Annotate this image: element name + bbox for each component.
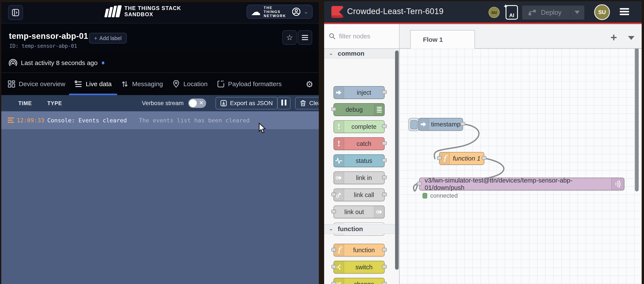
- palette-node-status[interactable]: status: [334, 154, 384, 167]
- palette-category-common[interactable]: ⌄ common: [324, 49, 399, 58]
- node-red-header: Crowded-Least-Tern-6019 su ✦ AI Deploy S…: [324, 1, 642, 23]
- toggle-off-icon: ✕: [199, 100, 204, 106]
- sparkle-icon: ✦: [503, 3, 508, 10]
- palette-search[interactable]: [324, 24, 399, 49]
- tab-payload-formatters[interactable]: Payload formatters: [217, 73, 282, 95]
- node-port[interactable]: [460, 122, 465, 126]
- node-port[interactable]: [382, 158, 387, 162]
- node-port[interactable]: [382, 175, 387, 179]
- node-port[interactable]: [437, 156, 442, 160]
- palette-node-label: link out: [334, 206, 374, 218]
- trash-icon: [300, 100, 306, 107]
- palette-node-change[interactable]: change: [334, 278, 384, 284]
- node-port[interactable]: [331, 210, 336, 213]
- node-port[interactable]: [331, 107, 336, 111]
- logo-line-1: THE THINGS STACK: [124, 5, 181, 11]
- tab-messaging[interactable]: Messaging: [121, 73, 163, 95]
- things-stack-logo: THE THINGS STACK SANDBOX: [105, 5, 181, 18]
- tab-location[interactable]: Location: [172, 73, 208, 95]
- sidebar-toggle-button[interactable]: [8, 5, 23, 20]
- node-port[interactable]: [382, 141, 387, 145]
- deploy-separator: [570, 7, 571, 18]
- filter-nodes-input[interactable]: [338, 33, 393, 40]
- palette-node-debug[interactable]: debug: [334, 103, 384, 116]
- main-menu-button[interactable]: [620, 7, 629, 17]
- palette-node-link-out[interactable]: link out: [334, 205, 384, 218]
- palette-category-function[interactable]: ⌄ function: [324, 224, 399, 234]
- tab-live-data[interactable]: Live data: [74, 73, 112, 95]
- inject-button-inner: [410, 120, 418, 129]
- node-port[interactable]: [331, 265, 336, 269]
- gear-icon[interactable]: ⚙: [306, 79, 313, 89]
- pause-stream-button[interactable]: [277, 97, 290, 109]
- clear-events-button[interactable]: Clear: [295, 97, 319, 109]
- event-row[interactable]: 12:09:33 Console: Events cleared The eve…: [1, 111, 319, 129]
- live-data-toolbar: TIME TYPE Verbose stream ✕ Export as JSO…: [1, 95, 319, 111]
- network-account-button[interactable]: ☁ THE THINGS NETWORK ⌄: [246, 5, 313, 19]
- palette-node-label: function: [344, 244, 384, 256]
- ai-assistant-button[interactable]: ✦ AI: [506, 5, 518, 20]
- palette-node-link-in[interactable]: link in: [334, 171, 384, 184]
- deploy-dropdown-caret[interactable]: [574, 11, 580, 14]
- node-port[interactable]: [382, 248, 387, 251]
- device-menu-button[interactable]: [298, 30, 312, 45]
- verbose-stream-toggle[interactable]: ✕: [188, 99, 206, 108]
- palette-node-label: complete: [344, 121, 384, 133]
- palette-node-inject[interactable]: inject: [334, 86, 384, 99]
- palette-node-complete[interactable]: ! complete: [334, 120, 384, 133]
- chevron-down-icon: ⌄: [329, 227, 333, 231]
- inject-trigger-button[interactable]: [408, 118, 419, 131]
- device-tabs: Device overview Live data Messaging: [1, 73, 319, 95]
- flow-node-mqtt-out[interactable]: v3/lwn-simulator-test@ttn/devices/temp-s…: [419, 178, 624, 190]
- flow-node-label: v3/lwn-simulator-test@ttn/devices/temp-s…: [425, 178, 609, 190]
- link-out-icon: [374, 206, 384, 218]
- canvas-scrollbar[interactable]: [635, 49, 639, 191]
- palette-scrollbar[interactable]: [395, 51, 399, 270]
- last-activity-text: Last activity 8 seconds ago: [21, 59, 98, 67]
- things-stack-logo-icon: [105, 5, 120, 17]
- flow-canvas[interactable]: timestamp f function 1 v3/lwn-simulator-…: [400, 49, 642, 284]
- debug-icon: [374, 104, 384, 116]
- header-red-line: [324, 23, 642, 24]
- node-port[interactable]: [382, 90, 387, 94]
- palette-node-label: catch: [344, 138, 384, 150]
- node-port[interactable]: [331, 282, 336, 284]
- node-port[interactable]: [331, 192, 336, 196]
- deploy-button[interactable]: Deploy: [522, 6, 584, 20]
- user-badge-small: su: [488, 7, 500, 18]
- user-avatar[interactable]: SU: [594, 4, 610, 20]
- flow-tab-label: Flow 1: [423, 36, 443, 43]
- tab-label: Location: [183, 80, 208, 88]
- tab-label: Live data: [86, 80, 112, 88]
- bookmark-button[interactable]: ☆: [282, 30, 297, 45]
- node-port[interactable]: [331, 248, 336, 251]
- inject-icon: [419, 118, 429, 130]
- node-port[interactable]: [382, 192, 387, 196]
- node-port[interactable]: [482, 156, 486, 160]
- ai-label: AI: [509, 12, 514, 18]
- flow-tab[interactable]: Flow 1: [410, 30, 475, 49]
- tab-device-overview[interactable]: Device overview: [8, 73, 65, 95]
- node-port[interactable]: [382, 265, 387, 269]
- ttn-console-window: THE THINGS STACK SANDBOX ☁ THE THINGS NE…: [1, 2, 319, 284]
- export-json-button[interactable]: Export as JSON: [216, 97, 278, 109]
- flow-node-timestamp[interactable]: timestamp: [418, 118, 463, 131]
- flow-node-function-1[interactable]: f function 1: [439, 152, 484, 165]
- flow-list-caret[interactable]: [628, 36, 634, 40]
- palette-node-switch[interactable]: switch: [334, 261, 384, 273]
- node-port[interactable]: [382, 282, 387, 284]
- add-label-button[interactable]: + Add label: [89, 33, 127, 44]
- add-flow-button[interactable]: +: [610, 32, 617, 43]
- broadcast-icon: [8, 58, 18, 67]
- logo-line-2: SANDBOX: [124, 11, 181, 18]
- chevron-down-icon: ⌄: [304, 9, 308, 15]
- node-port[interactable]: [382, 124, 387, 128]
- node-port[interactable]: [417, 182, 422, 185]
- category-label: common: [338, 50, 364, 57]
- palette-node-catch[interactable]: ! catch: [334, 137, 384, 150]
- event-message: The events list has been cleared: [139, 117, 250, 124]
- palette-node-link-call[interactable]: link call: [334, 188, 384, 201]
- tab-label: Payload formatters: [228, 80, 282, 88]
- node-palette: ⌄ common inject debug ! complete ! catch: [324, 24, 400, 284]
- palette-node-function[interactable]: f function: [334, 244, 384, 256]
